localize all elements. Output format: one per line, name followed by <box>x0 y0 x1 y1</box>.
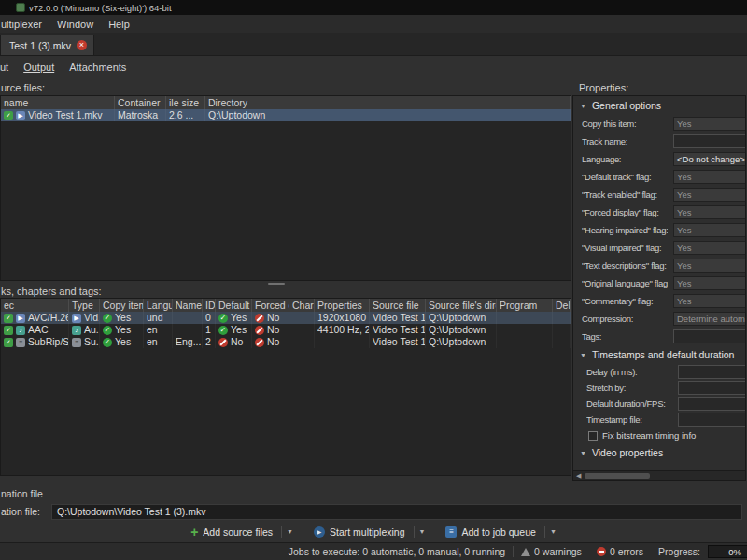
field-track-enabled-flag: "Track enabled" flag: Yes <box>573 186 745 203</box>
copy-text: Yes <box>115 324 131 336</box>
add-source-files-button[interactable]: + Add source files ▼ <box>190 526 293 538</box>
copy-item-combo[interactable]: Yes <box>673 117 746 131</box>
col-type[interactable]: Type <box>69 299 100 312</box>
default-duration-input[interactable] <box>678 397 746 411</box>
col-program[interactable]: Program <box>497 299 553 312</box>
section-video-properties[interactable]: ▼ Video properties <box>573 443 745 462</box>
file-tab-bar: Test 1 (3).mkv × <box>0 33 747 56</box>
add-to-job-queue-dropdown-icon[interactable]: ▼ <box>544 526 557 538</box>
track-row-audio[interactable]: ✓ ♪ AAC ♪ Au... Yes en 1 Yes No 44100 Hz… <box>1 324 571 336</box>
track-name-input[interactable] <box>673 134 746 148</box>
source-file-container-cell: Matroska <box>115 109 166 121</box>
source-file-name-cell: ✓ ▶ Video Test 1.mkv <box>1 109 115 121</box>
id-cell: 0 <box>203 312 216 324</box>
col-character-set[interactable]: Chara <box>289 299 315 312</box>
add-source-dropdown-icon[interactable]: ▼ <box>281 526 293 538</box>
col-properties[interactable]: Properties <box>315 299 370 312</box>
field-stretch-by: Stretch by: <box>573 380 745 396</box>
collapse-triangle-icon: ▼ <box>580 103 586 109</box>
tab-output[interactable]: Output <box>23 62 54 73</box>
menu-multiplexer[interactable]: ultiplexer <box>0 15 49 33</box>
start-multiplexing-button[interactable]: ▶ Start multiplexing ▼ <box>314 526 425 538</box>
tags-input[interactable] <box>673 329 746 343</box>
no-icon <box>255 338 264 347</box>
compression-combo[interactable]: Determine automatically <box>673 312 746 326</box>
no-icon <box>218 338 228 347</box>
copy-item-cell: Yes <box>100 324 144 336</box>
yes-icon <box>103 338 112 347</box>
scrollbar-thumb[interactable] <box>585 473 650 479</box>
track-enabled-combo[interactable]: Yes <box>673 188 746 202</box>
source-file-directory-cell: Q:\Uptodown <box>205 109 571 121</box>
properties-cell: 44100 Hz, 2 ... <box>315 324 370 336</box>
default-text: Yes <box>231 312 247 324</box>
forced-text: No <box>267 336 279 348</box>
tab-attachments[interactable]: Attachments <box>69 62 126 73</box>
col-id[interactable]: ID <box>203 299 216 312</box>
start-multiplexing-dropdown-icon[interactable]: ▼ <box>414 526 426 538</box>
delay-cell <box>553 336 571 348</box>
tab-input[interactable]: ut <box>0 62 8 73</box>
error-icon <box>597 547 606 556</box>
col-file-size[interactable]: ile size <box>166 96 205 109</box>
action-button-row: + Add source files ▼ ▶ Start multiplexin… <box>0 523 747 541</box>
col-codec[interactable]: ec <box>1 299 69 312</box>
field-delay: Delay (in ms): <box>573 364 745 380</box>
field-fix-bitstream: Fix bitstream timing info <box>573 427 745 443</box>
source-directory-cell: Q:\Uptodown <box>426 336 497 348</box>
field-label: "Original language" flag: <box>582 278 668 288</box>
col-default-track[interactable]: Default trac <box>216 299 252 312</box>
col-delay[interactable]: Delay <box>553 299 571 312</box>
menu-help[interactable]: Help <box>101 15 137 33</box>
forced-display-combo[interactable]: Yes <box>673 205 746 219</box>
tracks-header: ec Type Copy item Langu Name ID Default … <box>1 299 571 312</box>
original-language-combo[interactable]: Yes <box>673 276 746 290</box>
visual-impaired-combo[interactable]: Yes <box>673 241 746 255</box>
forced-display-cell: No <box>252 312 289 324</box>
type-cell: ♪ Au... <box>69 324 100 336</box>
subtitle-track-icon: ≡ <box>16 338 25 347</box>
col-file-name[interactable]: name <box>1 96 115 109</box>
codec-text: AAC <box>28 324 49 336</box>
default-track-combo[interactable]: Yes <box>673 170 746 184</box>
field-label: Track name: <box>582 136 668 147</box>
delay-input[interactable] <box>678 365 746 379</box>
section-timestamps[interactable]: ▼ Timestamps and default duration <box>573 345 745 364</box>
menu-bar: ultiplexer Window Help <box>0 15 747 33</box>
collapse-triangle-icon: ▼ <box>580 352 586 358</box>
source-file-row[interactable]: ✓ ▶ Video Test 1.mkv Matroska 2.6 ... Q:… <box>1 109 571 121</box>
timestamp-file-input[interactable] <box>678 413 746 427</box>
track-row-video[interactable]: ✓ ▶ AVC/H.264/... ▶ Vid... Yes und 0 Yes… <box>1 312 571 324</box>
fix-bitstream-checkbox[interactable] <box>588 431 598 441</box>
track-row-subtitles[interactable]: ✓ ≡ SubRip/SRT ≡ Su... Yes en Eng... 2 N… <box>1 336 571 348</box>
col-source-file[interactable]: Source file <box>370 299 426 312</box>
delay-cell <box>553 312 571 324</box>
destination-file-input[interactable]: Q:\Uptodown\Video Test 1 (3).mkv <box>51 504 742 520</box>
col-container[interactable]: Container <box>115 96 166 109</box>
col-forced-display[interactable]: Forced dis: <box>252 299 289 312</box>
col-source-directory[interactable]: Source file's direct <box>426 299 497 312</box>
hearing-impaired-combo[interactable]: Yes <box>673 223 746 237</box>
language-combo[interactable]: <Do not change> <box>673 152 746 166</box>
properties-horizontal-scrollbar[interactable]: ◀ <box>573 470 745 480</box>
commentary-combo[interactable]: Yes <box>673 294 746 308</box>
program-cell <box>497 312 553 324</box>
errors-status: 0 errors <box>589 546 651 558</box>
col-copy-item[interactable]: Copy item <box>100 299 144 312</box>
tab-close-icon[interactable]: × <box>77 40 87 50</box>
stretch-by-input[interactable] <box>678 381 746 395</box>
add-to-job-queue-button[interactable]: ≡ Add to job queue ▼ <box>445 526 556 538</box>
text-descriptions-combo[interactable]: Yes <box>673 259 746 273</box>
codec-cell: ✓ ≡ SubRip/SRT <box>1 336 69 348</box>
file-tab[interactable]: Test 1 (3).mkv × <box>0 35 94 55</box>
col-directory[interactable]: Directory <box>205 96 571 109</box>
menu-window[interactable]: Window <box>49 15 101 33</box>
section-general-options[interactable]: ▼ General options <box>573 96 745 115</box>
forced-display-cell: No <box>252 324 289 336</box>
col-language[interactable]: Langu <box>144 299 173 312</box>
scroll-left-icon[interactable]: ◀ <box>576 472 581 480</box>
progress-label: Progress: <box>651 546 708 558</box>
col-name[interactable]: Name <box>173 299 203 312</box>
field-compression: Compression: Determine automatically <box>573 310 745 328</box>
character-set-cell <box>289 312 315 324</box>
